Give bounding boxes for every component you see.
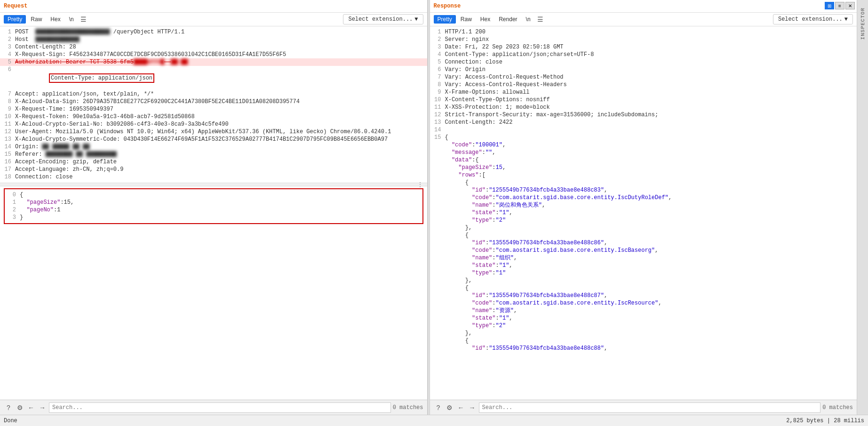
json-line-1: 1 "pageSize":15, [5,199,422,206]
resp-line-7: 7 Vary: Access-Control-Request-Method [430,73,857,81]
json-line-3: 3 } [5,214,422,221]
request-line-15: 15 Referer: ████████ ██ █████████ [0,151,427,158]
response-content[interactable]: 1 HTTP/1.1 200 2 Server: nginx 3 Date: F… [430,26,857,400]
request-line-12: 12 User-Agent: Mozilla/5.0 (Windows NT 1… [0,128,427,136]
back-icon-response[interactable]: ← [456,403,466,412]
request-bottom-bar: ? ⚙ ← → 0 matches [0,400,427,415]
tile-view-icon[interactable]: ⊞ [825,2,834,9]
tab-hex-response[interactable]: Hex [477,15,494,24]
resp-json-state1: "state":"1", [430,209,857,217]
request-body-menu[interactable]: ⋮ [417,181,423,189]
back-icon-request[interactable]: ← [26,403,36,412]
request-line-9: 9 X-Request-Time: 1695350949397 [0,105,427,113]
response-header: Response [430,0,857,13]
tab-render-response[interactable]: Render [495,15,521,24]
status-bar: Done 2,825 bytes | 28 millis [0,415,868,426]
resp-json-data: "data":{ [430,156,857,164]
request-line-3: 3 Content-Length: 28 [0,43,427,51]
request-line-16: 16 Accept-Encoding: gzip, deflate [0,158,427,166]
request-line-14: 14 Origin: ██ █████ ██ ██ [0,143,427,151]
resp-json-row4-open: { [430,337,857,345]
forward-icon-request[interactable]: → [38,403,47,412]
settings-icon-request[interactable]: ⚙ [15,403,24,412]
resp-json-row3-open: { [430,284,857,292]
status-bytes: 2,825 bytes | 28 millis [786,418,864,424]
request-json-body: 0 { 1 "pageSize":15, 2 "pageNo":1 3 } [4,188,423,224]
request-line-7: 7 Accept: application/json, text/plain, … [0,90,427,98]
request-more-options[interactable]: ☰ [80,16,87,24]
help-icon-request[interactable]: ? [4,403,13,412]
resp-json-pagesize: "pageSize":15, [430,164,857,171]
resp-line-10: 10 X-Content-Type-Options: nosniff [430,96,857,104]
resp-line-12: 12 Strict-Transport-Security: max-age=31… [430,111,857,119]
resp-json-type2: "type":"1" [430,269,857,277]
tab-pretty-response[interactable]: Pretty [434,15,456,24]
request-line-11: 11 X-Acloud-Crypto-Serial-No: b3092086-c… [0,121,427,128]
resp-json-id1: "id":"1255549b77634bfcb4a33bae8e488c83", [430,186,857,194]
request-line-13: 13 X-Acloud-Crypto-Symmetric-Code: 043D4… [0,136,427,143]
resp-line-4: 4 Content-Type: application/json;charset… [430,51,857,58]
request-header: Request [0,0,427,13]
tab-newline-request[interactable]: \n [65,15,78,24]
inspector-sidebar: INSPECTOR [857,0,868,415]
request-line-8: 8 X-Acloud-Data-Sign: 26D79A357B1C8E277C… [0,98,427,105]
status-done: Done [4,418,17,424]
resp-json-rows: "rows":[ [430,171,857,179]
request-line-5: 5 Authorization: Bearer TCT-3538-6fm5███… [0,58,427,66]
request-content[interactable]: 1 POST ██████████████████████ /queryObje… [0,26,427,400]
request-line-10: 10 X-Request-Token: 90e10a5a-91c3-46b8-a… [0,113,427,121]
request-select-extension[interactable]: Select extension... ▼ [343,14,423,24]
response-matches-count: 0 matches [822,404,853,411]
chevron-down-icon: ▼ [414,16,418,23]
resp-line-8: 8 Vary: Access-Control-Request-Headers [430,81,857,88]
close-icon[interactable]: ✕ [845,2,855,9]
resp-json-code: "code":"100001", [430,141,857,149]
request-tab-bar: Pretty Raw Hex \n ☰ Select extension... … [0,13,427,26]
resp-line-3: 3 Date: Fri, 22 Sep 2023 02:50:18 GMT [430,43,857,51]
resp-line-13: 13 Content-Length: 2422 [430,119,857,126]
resp-line-1: 1 HTTP/1.1 200 [430,28,857,36]
tab-raw-response[interactable]: Raw [457,15,476,24]
tab-newline-response[interactable]: \n [522,15,534,24]
request-matches-count: 0 matches [393,404,423,411]
help-icon-response[interactable]: ? [434,403,443,412]
json-line-0: 0 { [5,191,422,199]
tab-raw-request[interactable]: Raw [27,15,46,24]
list-view-icon[interactable]: ≡ [835,2,844,9]
request-search-input[interactable] [49,402,391,413]
inspector-label: INSPECTOR [860,8,866,40]
request-line-6: 6 Content-Type: application/json [0,66,427,90]
response-more-options[interactable]: ☰ [537,16,543,24]
response-tab-bar: Pretty Raw Hex Render \n ☰ Select extens… [430,13,857,26]
resp-json-row2-open: { [430,232,857,239]
resp-json-state2: "state":"1", [430,262,857,269]
resp-line-5: 5 Connection: close [430,58,857,66]
resp-json-name3: "name":"资源", [430,307,857,314]
resp-line-6: 6 Vary: Origin [430,66,857,73]
resp-json-row1-open: { [430,179,857,186]
resp-json-row3-close: }, [430,330,857,337]
resp-json-id2: "id":"1355549b77634bfcb4a33bae8e488c86", [430,239,857,247]
resp-json-id4: "id":"1355549b77634bfcb4a33bae8e488c88", [430,345,857,352]
resp-json-row1-close: }, [430,224,857,232]
tab-pretty-request[interactable]: Pretty [4,15,26,24]
tab-hex-request[interactable]: Hex [47,15,64,24]
response-select-extension[interactable]: Select extension... ▼ [773,14,853,24]
settings-icon-response[interactable]: ⚙ [445,403,454,412]
resp-json-row2-close: }, [430,277,857,284]
request-title: Request [4,2,27,10]
json-line-2: 2 "pageNo":1 [5,206,422,214]
forward-icon-response[interactable]: → [468,403,477,412]
resp-line-9: 9 X-Frame-Options: allowall [430,88,857,96]
resp-json-name1: "name":"岗位和角色关系", [430,201,857,209]
resp-line-14: 14 [430,126,857,134]
resp-json-code3: "code":"com.aostarit.sgid.base.core.enti… [430,299,857,307]
resp-json-code1: "code":"com.aostarit.sgid.base.core.enti… [430,194,857,201]
resp-line-15: 15 { [430,134,857,141]
request-line-1: 1 POST ██████████████████████ /queryObje… [0,28,427,36]
response-panel: Response Pretty Raw Hex Render \n ☰ Sele… [430,0,857,415]
resp-json-name2: "name":"组织", [430,254,857,262]
request-line-2: 2 Host █████████████ [0,36,427,43]
response-search-input[interactable] [479,402,821,413]
resp-line-2: 2 Server: nginx [430,36,857,43]
